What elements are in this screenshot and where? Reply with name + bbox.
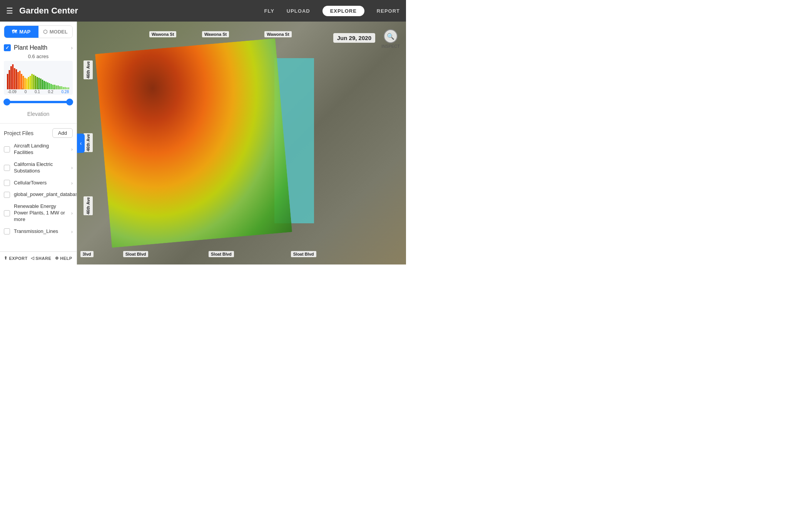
hist-label-max: 0.28 (61, 90, 69, 94)
file-checkbox-cellular[interactable] (4, 180, 10, 186)
file-chevron-transmission[interactable]: › (71, 229, 73, 234)
sidebar-footer: ⬆ EXPORT ◁ SHARE ⊕ HELP (0, 251, 77, 264)
file-checkbox-transmission[interactable] (4, 228, 10, 234)
street-blvd-abbrev: 3lvd (80, 251, 94, 257)
app-title: Garden Center (19, 6, 264, 16)
nav-explore[interactable]: EXPLORE (322, 6, 364, 16)
nav-fly[interactable]: FLY (264, 8, 274, 14)
plant-health-chevron[interactable]: › (71, 45, 73, 51)
file-checkbox-power-plant[interactable] (4, 192, 10, 198)
file-item-power-plant[interactable]: global_power_plant_database › (0, 189, 77, 201)
svg-rect-25 (50, 84, 52, 89)
svg-rect-19 (40, 79, 42, 89)
file-chevron-aircraft[interactable]: › (71, 146, 73, 152)
file-name-california: California Electric Substations (14, 161, 67, 174)
street-sloat-2: Sloat Blvd (209, 251, 234, 257)
ndvi-gradient (95, 39, 292, 248)
file-chevron-cellular[interactable]: › (71, 180, 73, 186)
svg-rect-11 (26, 79, 28, 89)
map-toggle-button[interactable]: 🗺 MAP (4, 26, 38, 38)
sidebar-toggle-button[interactable]: ‹ (77, 134, 85, 153)
share-icon: ◁ (31, 256, 34, 261)
svg-rect-20 (42, 80, 43, 89)
hist-label-02: 0.2 (48, 90, 53, 94)
svg-rect-7 (19, 71, 21, 89)
export-button[interactable]: ⬆ EXPORT (4, 256, 28, 261)
svg-rect-21 (43, 81, 45, 89)
file-checkbox-renewable[interactable] (4, 210, 10, 216)
street-46th-3: 46th Ave (84, 196, 93, 215)
map-icon: 🗺 (12, 29, 17, 35)
share-button[interactable]: ◁ SHARE (31, 256, 52, 261)
file-item-renewable[interactable]: Renewable Energy Power Plants, 1 MW or m… (0, 201, 77, 226)
svg-rect-14 (31, 74, 33, 89)
file-chevron-renewable[interactable]: › (71, 210, 73, 216)
svg-rect-2 (10, 66, 12, 89)
street-sloat-3: Sloat Blvd (291, 251, 316, 257)
svg-rect-1 (9, 70, 10, 89)
street-wawona-2: Wawona St (202, 31, 229, 37)
file-item-cellular[interactable]: CellularTowers › (0, 177, 77, 189)
svg-rect-32 (63, 87, 64, 89)
inspect-button[interactable]: 🔍 INSPECT (381, 29, 400, 49)
range-thumb-right[interactable] (66, 99, 73, 105)
acres-label: 0.6 acres (4, 54, 73, 59)
view-toggle: 🗺 MAP ⬡ MODEL (4, 25, 73, 38)
elevation-label: Elevation (4, 109, 73, 120)
svg-rect-12 (28, 77, 29, 89)
divider-1 (0, 123, 77, 124)
street-sloat-1: Sloat Blvd (123, 251, 149, 257)
nav-report[interactable]: REPORT (377, 8, 400, 14)
range-fill (7, 101, 70, 103)
map-container[interactable]: Jun 29, 2020 🔍 INSPECT Wawona St Wawona … (77, 22, 406, 264)
svg-rect-30 (59, 86, 61, 89)
street-wawona-3: Wawona St (264, 31, 291, 37)
svg-rect-23 (47, 82, 48, 89)
range-thumb-left[interactable] (3, 99, 10, 105)
street-wawona-1: Wawona St (149, 31, 176, 37)
add-button[interactable]: Add (52, 128, 73, 138)
nav-upload[interactable]: UPLOAD (287, 8, 310, 14)
plant-health-checkbox[interactable] (4, 44, 11, 51)
svg-rect-27 (54, 85, 55, 89)
histogram-labels: -0.09 0 0.1 0.2 0.28 (7, 90, 70, 94)
svg-rect-35 (68, 87, 69, 89)
hist-label-0: 0 (25, 90, 27, 94)
file-name-power-plant: global_power_plant_database (14, 191, 77, 198)
histogram-chart (7, 62, 70, 89)
file-name-aircraft: Aircraft Landing Facilities (14, 143, 67, 156)
file-name-transmission: Transmission_Lines (14, 228, 67, 235)
file-item-transmission[interactable]: Transmission_Lines › (0, 226, 77, 238)
header: ☰ Garden Center FLY UPLOAD EXPLORE REPOR… (0, 0, 406, 22)
svg-rect-4 (14, 68, 15, 89)
model-toggle-button[interactable]: ⬡ MODEL (38, 26, 73, 38)
range-track (7, 101, 70, 103)
svg-rect-29 (57, 85, 59, 89)
svg-rect-22 (45, 82, 47, 89)
inspect-icon: 🔍 (384, 29, 398, 43)
svg-rect-28 (56, 85, 57, 89)
date-label: Jun 29, 2020 (333, 33, 375, 43)
plant-health-section: Plant Health › 0.6 acres (0, 41, 77, 122)
svg-rect-24 (49, 83, 50, 89)
menu-icon[interactable]: ☰ (6, 6, 13, 15)
model-icon: ⬡ (43, 29, 47, 35)
svg-rect-33 (64, 87, 66, 89)
file-item-california[interactable]: California Electric Substations › (0, 159, 77, 177)
svg-rect-0 (7, 74, 8, 89)
file-checkbox-california[interactable] (4, 165, 10, 171)
file-checkbox-aircraft[interactable] (4, 146, 10, 152)
svg-rect-31 (61, 86, 62, 89)
svg-rect-13 (30, 76, 31, 89)
svg-rect-5 (16, 69, 17, 89)
file-item-aircraft[interactable]: Aircraft Landing Facilities › (0, 140, 77, 159)
svg-rect-15 (33, 75, 35, 89)
range-slider[interactable] (4, 96, 73, 108)
street-46th-1: 46th Ave (84, 60, 93, 79)
project-files-title: Project Files (4, 130, 33, 136)
histogram: -0.09 0 0.1 0.2 0.28 (4, 61, 73, 95)
help-button[interactable]: ⊕ HELP (54, 256, 73, 261)
file-chevron-california[interactable]: › (71, 165, 73, 171)
ndvi-overlay (95, 39, 292, 248)
svg-rect-8 (21, 74, 22, 89)
